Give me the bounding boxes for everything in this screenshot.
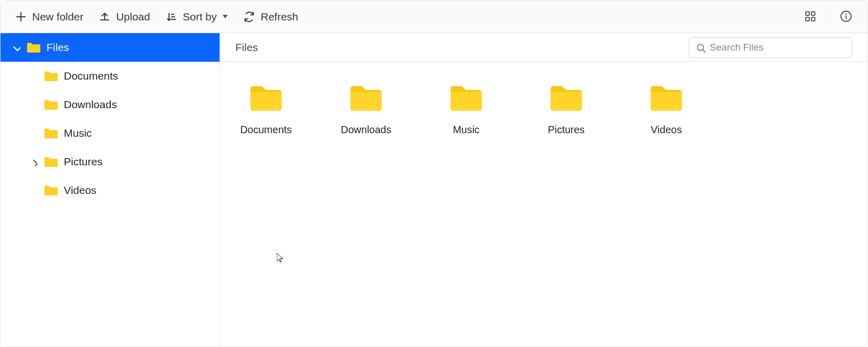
caret-down-icon	[223, 15, 228, 18]
view-grid-button[interactable]	[804, 10, 817, 23]
chevron-down-icon	[11, 43, 20, 52]
search-input[interactable]	[710, 42, 846, 53]
sidebar-item-downloads[interactable]: Downloads	[1, 90, 220, 119]
folder-icon	[248, 82, 284, 113]
folder-icon	[548, 82, 585, 113]
sidebar-item-videos[interactable]: Videos	[1, 176, 220, 205]
sidebar-item-pictures[interactable]: Pictures	[1, 147, 220, 176]
breadcrumb[interactable]: Files	[235, 41, 258, 54]
folder-icon	[43, 70, 58, 82]
folder-label: Downloads	[341, 124, 392, 136]
sidebar-item-label: Music	[64, 127, 92, 139]
search-box[interactable]	[689, 37, 852, 58]
folder-icon	[43, 156, 58, 168]
expand-toggle[interactable]	[23, 158, 43, 166]
folder-label: Pictures	[548, 124, 585, 136]
refresh-button[interactable]: Refresh	[243, 11, 298, 23]
folder-icon	[348, 82, 384, 113]
folder-icon	[26, 41, 40, 54]
sidebar-item-label: Videos	[64, 184, 97, 196]
folder-icon	[43, 184, 58, 196]
upload-icon	[99, 11, 111, 23]
folder-icon	[448, 82, 485, 113]
folder-label: Music	[453, 124, 479, 136]
main-panel: Files Documents Downloads Music Pictures	[220, 33, 867, 347]
folder-tile-music[interactable]: Music	[436, 82, 497, 136]
expand-toggle[interactable]	[6, 43, 26, 52]
main-header: Files	[220, 33, 867, 62]
sort-icon	[165, 11, 178, 23]
sidebar-item-label: Downloads	[64, 98, 117, 111]
toolbar: New folder Upload Sort by Refresh	[1, 1, 867, 33]
folder-label: Documents	[240, 124, 292, 136]
new-folder-button[interactable]: New folder	[15, 11, 83, 23]
chevron-right-icon	[29, 158, 37, 166]
folder-tile-pictures[interactable]: Pictures	[536, 82, 597, 136]
grid-icon	[804, 10, 817, 23]
plus-icon	[15, 11, 27, 23]
sort-by-label: Sort by	[183, 11, 217, 23]
sidebar: Files Documents Downloads Music Pictures	[1, 33, 220, 347]
refresh-label: Refresh	[260, 11, 298, 23]
info-button[interactable]	[840, 10, 853, 23]
folder-label: Videos	[651, 124, 682, 136]
new-folder-label: New folder	[32, 11, 83, 23]
sidebar-item-label: Pictures	[64, 156, 103, 168]
sidebar-item-files[interactable]: Files	[1, 33, 220, 62]
sidebar-item-music[interactable]: Music	[1, 119, 220, 147]
search-icon	[695, 42, 706, 53]
refresh-icon	[243, 11, 255, 23]
info-icon	[840, 10, 853, 23]
folder-tile-downloads[interactable]: Downloads	[335, 82, 397, 136]
folder-icon	[43, 98, 58, 111]
sidebar-item-label: Documents	[64, 70, 118, 82]
folder-grid: Documents Downloads Music Pictures Video…	[220, 62, 867, 156]
upload-button[interactable]: Upload	[99, 11, 150, 23]
folder-icon	[43, 127, 58, 139]
folder-tile-videos[interactable]: Videos	[636, 82, 697, 136]
upload-label: Upload	[116, 11, 150, 23]
folder-tile-documents[interactable]: Documents	[235, 82, 297, 136]
sidebar-item-documents[interactable]: Documents	[1, 62, 220, 90]
sidebar-item-label: Files	[46, 41, 69, 54]
sort-by-button[interactable]: Sort by	[165, 11, 228, 23]
folder-icon	[648, 82, 685, 113]
